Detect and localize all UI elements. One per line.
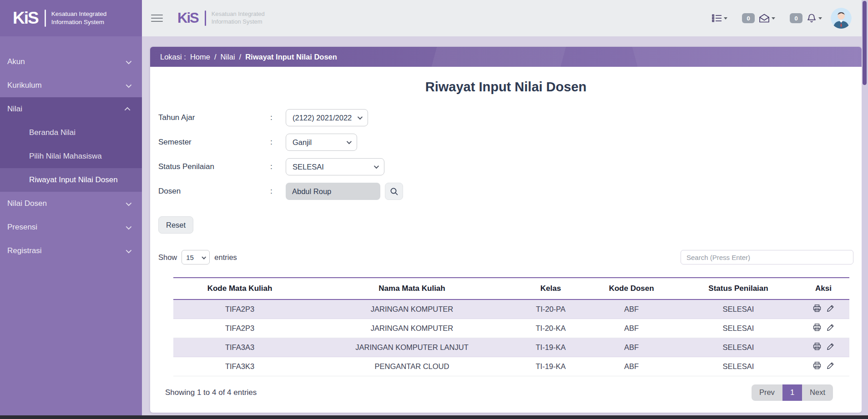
breadcrumb-prefix: Lokasi : — [160, 53, 186, 61]
kis-logo: KiS — [13, 9, 38, 28]
brand-name-line1: Kesatuan Integrated — [51, 10, 107, 17]
header-brand: KiS Kesatuan Integrated Information Syst… — [177, 10, 265, 26]
brand-divider — [45, 10, 46, 27]
caret-down-icon — [772, 17, 775, 20]
caret-down-icon — [818, 17, 822, 20]
pagination-next[interactable]: Next — [802, 384, 833, 401]
print-button[interactable] — [813, 324, 821, 331]
envelope-open-icon — [759, 14, 770, 23]
breadcrumb: Lokasi : Home / Nilai / Riwayat Input Ni… — [150, 47, 862, 67]
sidebar-item-kurikulum[interactable]: Kurikulum — [0, 74, 142, 97]
colon: : — [270, 187, 286, 196]
semester-label: Semester — [158, 138, 270, 147]
cell-kode: TIFA3A3 — [173, 338, 306, 357]
print-button[interactable] — [813, 343, 821, 350]
sidebar-item-label: Kurikulum — [7, 81, 42, 90]
tahun-ajar-value: (2122) 2021/2022 — [293, 114, 352, 122]
sidebar-nav: Akun Kurikulum Nilai Beranda Nilai Pilih… — [0, 36, 142, 263]
page-size-select[interactable]: 15 — [182, 250, 210, 264]
window-bottom-edge — [0, 415, 868, 419]
header-actions: 0 0 — [712, 8, 862, 29]
status-penilaian-select[interactable]: SELESAI — [286, 158, 384, 175]
tahun-ajar-select[interactable]: (2122) 2021/2022 — [286, 109, 368, 126]
cell-aksi — [797, 357, 849, 376]
edit-button[interactable] — [827, 304, 834, 312]
breadcrumb-home-link[interactable]: Home — [190, 53, 210, 61]
sidebar-item-label: Akun — [7, 57, 25, 66]
sidebar-item-label: Nilai — [7, 105, 22, 114]
pagination-page-1[interactable]: 1 — [782, 384, 802, 401]
hamburger-menu-icon[interactable] — [151, 12, 163, 24]
sidebar-item-registrasi[interactable]: Registrasi — [0, 239, 142, 263]
table-header-row: Kode Mata Kuliah Nama Mata Kuliah Kelas … — [173, 278, 849, 299]
sidebar-item-label: Registrasi — [7, 246, 42, 255]
dosen-search-button[interactable] — [385, 183, 403, 200]
sidebar-brand: KiS Kesatuan Integrated Information Syst… — [0, 0, 142, 36]
pagination-prev[interactable]: Prev — [752, 384, 782, 401]
status-penilaian-label: Status Penilaian — [158, 162, 270, 171]
vertical-scrollbar[interactable] — [862, 0, 868, 415]
cell-kelas: TI-19-KA — [518, 357, 584, 376]
edit-button[interactable] — [827, 324, 834, 331]
scrollbar-thumb[interactable] — [863, 1, 867, 85]
sidebar-group-nilai: Nilai Beranda Nilai Pilih Nilai Mahasisw… — [0, 97, 142, 192]
filter-row-dosen: Dosen : Abdul Roup — [158, 183, 853, 200]
filter-row-status-penilaian: Status Penilaian : SELESAI — [158, 158, 853, 175]
caret-down-icon — [724, 17, 727, 20]
magnifier-icon — [390, 187, 399, 196]
table-row: TIFA2P3 JARINGAN KOMPUTER TI-20-PA ABF S… — [173, 299, 849, 319]
semester-select[interactable]: Ganjil — [286, 134, 357, 151]
cell-nama: JARINGAN KOMPUTER — [306, 299, 518, 319]
notifications-dropdown[interactable] — [807, 13, 822, 23]
brand-name-line2: Information System — [51, 19, 104, 25]
status-penilaian-value: SELESAI — [293, 163, 324, 171]
pagination: Prev 1 Next — [752, 384, 833, 401]
col-aksi: Aksi — [797, 278, 849, 299]
sidebar-item-presensi[interactable]: Presensi — [0, 215, 142, 239]
brand-name-line2: Information System — [212, 18, 262, 25]
table-search-input[interactable] — [681, 250, 853, 264]
chevron-down-icon — [126, 224, 132, 229]
col-nama-mata-kuliah: Nama Mata Kuliah — [306, 278, 518, 299]
sidebar-item-beranda-nilai[interactable]: Beranda Nilai — [0, 121, 142, 145]
cell-kode-dosen: ABF — [584, 299, 679, 319]
message-count-badge: 0 — [742, 13, 755, 23]
sidebar: KiS Kesatuan Integrated Information Syst… — [0, 0, 142, 415]
entries-label: entries — [214, 253, 237, 262]
edit-button[interactable] — [827, 343, 834, 350]
sidebar-item-nilai-dosen[interactable]: Nilai Dosen — [0, 192, 142, 215]
content-card: Lokasi : Home / Nilai / Riwayat Input Ni… — [150, 47, 862, 413]
notification-count-badge: 0 — [790, 13, 802, 23]
cell-nama: PENGANTAR CLOUD — [306, 357, 518, 376]
semester-value: Ganjil — [293, 138, 312, 147]
colon: : — [270, 113, 286, 122]
print-button[interactable] — [813, 304, 821, 312]
filter-row-tahun-ajar: Tahun Ajar : (2122) 2021/2022 — [158, 109, 853, 126]
cell-nama: JARINGAN KOMPUTER LANJUT — [306, 338, 518, 357]
top-header: KiS Kesatuan Integrated Information Syst… — [142, 0, 862, 36]
sidebar-item-nilai[interactable]: Nilai — [0, 97, 142, 121]
sidebar-item-riwayat-input-nilai-dosen[interactable]: Riwayat Input Nilai Dosen — [0, 168, 142, 192]
sidebar-item-pilih-nilai-mahasiswa[interactable]: Pilih Nilai Mahasiswa — [0, 145, 142, 168]
cell-kelas: TI-20-KA — [518, 319, 584, 338]
chevron-down-icon — [126, 58, 132, 64]
tasks-dropdown[interactable] — [712, 14, 727, 22]
breadcrumb-separator: / — [239, 53, 242, 61]
user-avatar[interactable] — [831, 8, 852, 29]
table-controls: Show 15 entries — [158, 250, 853, 264]
cell-status: SELESAI — [679, 299, 797, 319]
messages-dropdown[interactable] — [759, 14, 775, 23]
breadcrumb-nilai-link[interactable]: Nilai — [220, 53, 235, 61]
cell-nama: JARINGAN KOMPUTER — [306, 319, 518, 338]
col-kode-dosen: Kode Dosen — [584, 278, 679, 299]
brand-name-line1: Kesatuan Integrated — [212, 10, 265, 17]
edit-button[interactable] — [827, 362, 834, 369]
cell-kode-dosen: ABF — [584, 357, 679, 376]
page-size-value: 15 — [186, 254, 194, 261]
brand-name: Kesatuan Integrated Information System — [51, 10, 107, 26]
print-button[interactable] — [813, 362, 821, 369]
filter-row-semester: Semester : Ganjil — [158, 134, 853, 151]
reset-button[interactable]: Reset — [158, 216, 193, 234]
sidebar-item-akun[interactable]: Akun — [0, 50, 142, 74]
sidebar-subitem-label: Pilih Nilai Mahasiswa — [29, 152, 102, 161]
